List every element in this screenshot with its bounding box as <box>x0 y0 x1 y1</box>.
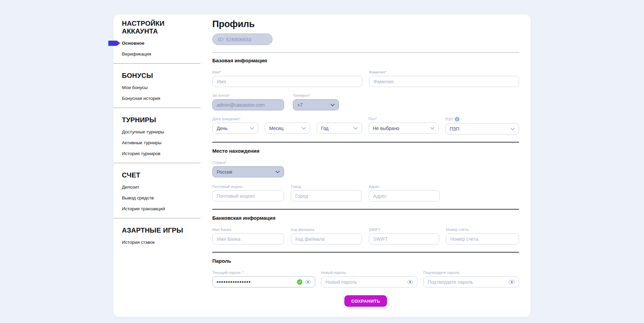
gender-label: Пол* <box>368 117 439 121</box>
confirm-password-label: Подтвердите пароль <box>423 271 519 275</box>
swift-input[interactable] <box>369 233 439 244</box>
first-name-input[interactable] <box>212 76 362 87</box>
chevron-down-icon <box>302 127 306 130</box>
chevron-down-icon <box>511 128 515 130</box>
birth-year-value: Год <box>321 126 328 131</box>
password-row: Текущий пароль * Новый пароль <box>212 271 519 287</box>
confirm-password-field: Подтвердите пароль <box>423 271 519 287</box>
city-input[interactable] <box>291 190 362 201</box>
sidebar-section-title-account-settings: НАСТРОЙКИ АККАУНТА <box>122 20 200 35</box>
birth-year-select[interactable]: Год <box>317 123 362 134</box>
sidebar-item-my-bonuses[interactable]: Мои бонусы <box>122 85 200 90</box>
sidebar-item-main[interactable]: Основное <box>122 41 200 46</box>
new-password-input[interactable] <box>321 276 417 287</box>
save-button[interactable]: СОХРАНИТЬ <box>344 295 387 307</box>
sidebar-item-verification[interactable]: Верификация <box>122 51 200 57</box>
profile-main: Профиль ID: 526906933 Базовая информация… <box>212 14 519 317</box>
sidebar-item-tournament-history[interactable]: История турниров <box>122 151 200 156</box>
new-password-field: Новый пароль <box>321 271 417 287</box>
address-label: Адрес <box>369 185 440 189</box>
section-divider <box>212 252 519 253</box>
chevron-down-icon <box>250 127 254 130</box>
account-number-label: Номер счёта <box>446 228 519 232</box>
birth-month-select[interactable]: Месяц <box>265 123 310 134</box>
save-row: СОХРАНИТЬ <box>212 295 519 317</box>
email-input <box>212 99 284 110</box>
birth-day-value: День <box>217 126 228 131</box>
phone-field: Телефон* +7 <box>293 93 339 110</box>
chevron-down-icon <box>353 127 358 130</box>
spacer-label <box>317 117 362 121</box>
first-name-label: Имя* <box>212 70 362 74</box>
pzp-label-wrap: ПЗП i <box>445 117 519 122</box>
sidebar-section-title-gambling: АЗАРТНЫЕ ИГРЫ <box>122 227 200 234</box>
spacer-label <box>265 117 310 121</box>
user-id-field: ID: 526906933 <box>212 34 273 45</box>
birth-year-field: Год <box>317 117 362 134</box>
eye-icon[interactable] <box>305 280 311 284</box>
pzp-label: ПЗП <box>445 117 453 121</box>
branch-code-field: Код филиала <box>291 228 362 244</box>
gender-select[interactable]: Не выбрано <box>368 123 439 134</box>
sidebar-item-bonus-history[interactable]: Бонусная история <box>122 96 200 101</box>
section-heading-basic-info: Базовая информация <box>212 58 519 63</box>
address-row: Почтовый индекс Город Адрес <box>212 185 519 201</box>
section-heading-password: Пароль <box>212 258 519 264</box>
sidebar-item-label: Основное <box>122 41 145 46</box>
section-heading-location: Место нахождения <box>212 148 519 154</box>
page-title: Профиль <box>212 19 519 29</box>
eye-icon[interactable] <box>407 280 413 284</box>
account-number-input[interactable] <box>446 233 519 244</box>
sidebar-item-deposit[interactable]: Депозит <box>122 185 200 190</box>
check-icon <box>297 279 302 285</box>
last-name-label: Фамилия* <box>369 70 519 74</box>
user-id-value: ID: 526906933 <box>218 37 251 42</box>
email-field: Эл.почта* <box>212 93 284 110</box>
city-label: Город <box>291 185 362 189</box>
email-label: Эл.почта* <box>212 93 284 98</box>
birth-day-field: Дата рождения* День <box>212 117 258 134</box>
chevron-down-icon <box>430 127 434 130</box>
sidebar-divider <box>113 163 200 163</box>
sidebar-item-label: Верификация <box>122 51 151 57</box>
pzp-select[interactable]: ПЗП <box>445 123 519 134</box>
branch-code-input[interactable] <box>291 233 362 244</box>
info-icon[interactable]: i <box>455 117 459 122</box>
postal-code-field: Почтовый индекс <box>212 185 284 201</box>
sidebar-item-label: Депозит <box>122 185 139 190</box>
sidebar-section-title-bonuses: БОНУСЫ <box>122 72 200 80</box>
sidebar-item-transaction-history[interactable]: История транзакций <box>122 206 200 211</box>
bank-name-field: Имя Банка <box>212 228 284 244</box>
last-name-input[interactable] <box>369 76 519 87</box>
confirm-password-input[interactable] <box>423 276 519 287</box>
sidebar-divider <box>113 108 200 108</box>
postal-code-label: Почтовый индекс <box>212 185 284 189</box>
phone-code-value: +7 <box>297 102 303 108</box>
sidebar-item-bet-history[interactable]: История ставок <box>122 240 200 245</box>
section-divider <box>212 142 519 143</box>
birth-day-select[interactable]: День <box>212 123 258 134</box>
swift-label: SWIFT <box>369 228 439 232</box>
email-phone-row: Эл.почта* Телефон* +7 <box>212 93 519 110</box>
address-input[interactable] <box>369 190 440 201</box>
sidebar-item-withdrawal[interactable]: Вывод средств <box>122 195 200 200</box>
eye-icon[interactable] <box>509 280 515 284</box>
country-label: Страна* <box>212 160 284 165</box>
postal-code-input[interactable] <box>212 190 284 201</box>
section-heading-bank-info: Банковская информация <box>212 215 519 221</box>
sidebar-item-active-tournaments[interactable]: Активные турниры <box>122 140 200 145</box>
sidebar-item-label: Мои бонусы <box>122 85 148 90</box>
chevron-down-icon <box>276 171 280 173</box>
city-field: Город <box>291 185 362 201</box>
bank-name-input[interactable] <box>212 233 284 244</box>
country-select: Россия <box>212 166 284 177</box>
sidebar-divider <box>113 63 200 64</box>
sidebar: НАСТРОЙКИ АККАУНТА Основное Верификация … <box>113 14 200 317</box>
new-password-label: Новый пароль <box>321 271 417 275</box>
sidebar-item-label: Активные турниры <box>122 140 162 145</box>
last-name-field: Фамилия* <box>369 70 519 87</box>
sidebar-item-available-tournaments[interactable]: Доступные турниры <box>122 129 200 134</box>
sidebar-item-label: Доступные турниры <box>122 129 164 134</box>
sidebar-section-title-tournaments: ТУРНИРЫ <box>122 116 200 124</box>
birth-month-field: Месяц <box>265 117 310 134</box>
